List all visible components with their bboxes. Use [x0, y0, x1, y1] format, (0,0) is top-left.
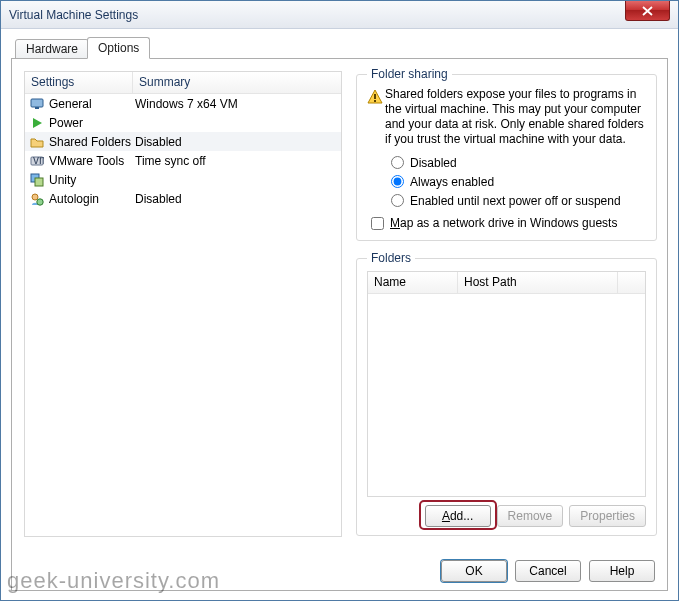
item-summary: Disabled: [135, 192, 182, 206]
help-label: Help: [610, 564, 635, 578]
svg-rect-1: [35, 107, 39, 109]
sharing-radio-group: Disabled Always enabled Enabled until ne…: [391, 153, 646, 210]
radio-until-poweroff[interactable]: Enabled until next power off or suspend: [391, 191, 646, 210]
titlebar[interactable]: Virtual Machine Settings: [1, 1, 678, 29]
warning-text: Shared folders expose your files to prog…: [385, 87, 646, 147]
item-label: General: [49, 97, 135, 111]
monitor-icon: [29, 96, 45, 112]
tab-hardware[interactable]: Hardware: [15, 39, 89, 59]
item-summary: Disabled: [135, 135, 182, 149]
dialog-buttons: OK Cancel Help: [441, 560, 655, 582]
radio-label: Enabled until next power off or suspend: [410, 194, 621, 208]
list-item-autologin[interactable]: Autologin Disabled: [25, 189, 341, 208]
tab-hardware-label: Hardware: [26, 42, 78, 56]
add-button[interactable]: Add...: [425, 505, 491, 527]
svg-marker-2: [33, 118, 42, 128]
map-network-drive-checkbox[interactable]: [371, 217, 384, 230]
vm-settings-window: Virtual Machine Settings Hardware Option…: [0, 0, 679, 601]
item-label: Power: [49, 116, 135, 130]
svg-rect-6: [35, 178, 43, 186]
ok-button[interactable]: OK: [441, 560, 507, 582]
radio-always-input[interactable]: [391, 175, 404, 188]
warning-icon: [367, 89, 385, 147]
folders-legend: Folders: [367, 251, 415, 265]
radio-disabled-input[interactable]: [391, 156, 404, 169]
svg-rect-0: [31, 99, 43, 107]
list-item-unity[interactable]: Unity: [25, 170, 341, 189]
window-title: Virtual Machine Settings: [9, 8, 138, 22]
folders-group: Folders Name Host Path Add... Remove Pro: [356, 251, 657, 536]
radio-label: Disabled: [410, 156, 457, 170]
warning-row: Shared folders expose your files to prog…: [367, 87, 646, 147]
svg-rect-10: [374, 94, 376, 99]
folder-sharing-legend: Folder sharing: [367, 67, 452, 81]
dialog-content: Hardware Options Settings Summary Genera…: [1, 29, 678, 600]
item-label: Shared Folders: [49, 135, 135, 149]
remove-button-label: Remove: [508, 509, 553, 523]
folders-table-header: Name Host Path: [368, 272, 645, 294]
col-name[interactable]: Name: [368, 272, 458, 293]
settings-list[interactable]: Settings Summary General Windows 7 x64 V…: [24, 71, 342, 537]
right-pane: Folder sharing Shared folders expose you…: [356, 67, 657, 582]
map-network-drive-row[interactable]: Map as a network drive in Windows guests: [371, 216, 646, 230]
properties-button-label: Properties: [580, 509, 635, 523]
add-button-label: Add...: [442, 509, 473, 523]
folders-buttons: Add... Remove Properties: [367, 505, 646, 527]
properties-button: Properties: [569, 505, 646, 527]
tab-options-label: Options: [98, 41, 139, 55]
folder-sharing-group: Folder sharing Shared folders expose you…: [356, 67, 657, 241]
list-item-power[interactable]: Power: [25, 113, 341, 132]
list-item-shared-folders[interactable]: Shared Folders Disabled: [25, 132, 341, 151]
folder-share-icon: [29, 134, 45, 150]
map-network-drive-label: Map as a network drive in Windows guests: [390, 216, 617, 230]
tab-body: Settings Summary General Windows 7 x64 V…: [11, 59, 668, 591]
svg-text:vm: vm: [33, 154, 44, 167]
cancel-label: Cancel: [529, 564, 566, 578]
folders-table[interactable]: Name Host Path: [367, 271, 646, 497]
item-summary: Time sync off: [135, 154, 206, 168]
svg-rect-11: [374, 100, 376, 102]
unity-icon: [29, 172, 45, 188]
play-icon: [29, 115, 45, 131]
item-label: VMware Tools: [49, 154, 135, 168]
radio-always-enabled[interactable]: Always enabled: [391, 172, 646, 191]
item-label: Unity: [49, 173, 135, 187]
folders-section: Folders Name Host Path Add... Remove Pro: [356, 251, 657, 536]
settings-list-rows: General Windows 7 x64 VM Power Shared Fo…: [25, 94, 341, 536]
radio-until-input[interactable]: [391, 194, 404, 207]
autologin-icon: [29, 191, 45, 207]
col-host-path[interactable]: Host Path: [458, 272, 618, 293]
radio-disabled[interactable]: Disabled: [391, 153, 646, 172]
col-settings[interactable]: Settings: [25, 72, 133, 93]
svg-point-8: [37, 198, 43, 204]
list-item-vmware-tools[interactable]: vm VMware Tools Time sync off: [25, 151, 341, 170]
col-spacer: [618, 272, 645, 293]
remove-button: Remove: [497, 505, 564, 527]
tab-options[interactable]: Options: [87, 37, 150, 59]
col-summary[interactable]: Summary: [133, 72, 196, 93]
cancel-button[interactable]: Cancel: [515, 560, 581, 582]
radio-label: Always enabled: [410, 175, 494, 189]
help-button[interactable]: Help: [589, 560, 655, 582]
vmware-tools-icon: vm: [29, 153, 45, 169]
item-label: Autologin: [49, 192, 135, 206]
list-item-general[interactable]: General Windows 7 x64 VM: [25, 94, 341, 113]
svg-point-7: [32, 194, 38, 200]
ok-label: OK: [465, 564, 482, 578]
settings-list-header: Settings Summary: [25, 72, 341, 94]
tabstrip: Hardware Options: [11, 37, 668, 59]
close-button[interactable]: [625, 1, 670, 21]
close-icon: [642, 6, 653, 16]
item-summary: Windows 7 x64 VM: [135, 97, 238, 111]
